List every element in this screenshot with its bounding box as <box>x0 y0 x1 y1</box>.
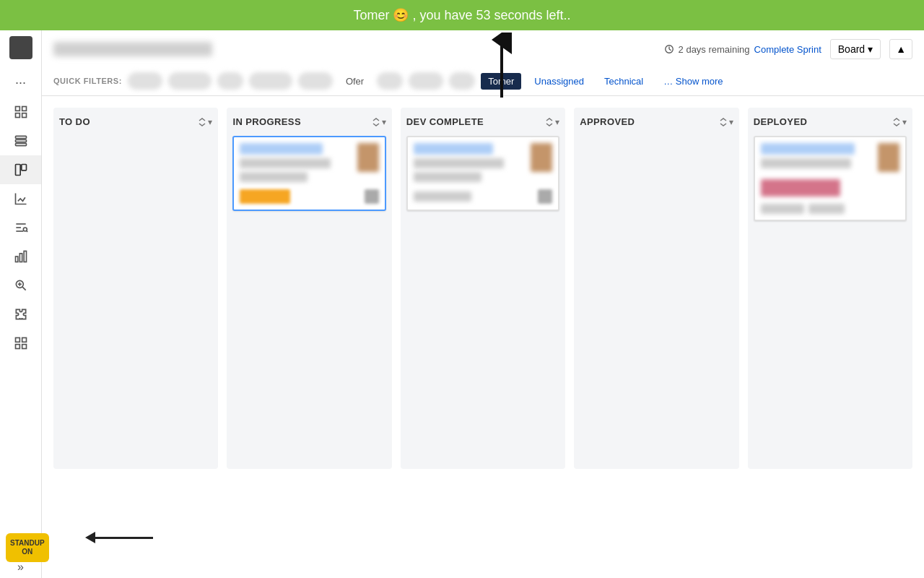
sort-icon-dc <box>545 118 554 126</box>
puzzle-icon <box>14 307 28 322</box>
column-sort-in-progress[interactable]: ▾ <box>372 117 386 127</box>
column-header-todo: To Do ▾ <box>59 113 212 130</box>
sidebar-item-reports[interactable] <box>0 184 41 213</box>
app-layout: ··· <box>0 30 924 578</box>
arrow-left-head <box>85 532 95 543</box>
sidebar-item-chart[interactable] <box>0 242 41 271</box>
collapse-button[interactable]: ▲ <box>889 39 912 59</box>
complete-sprint-link[interactable]: Complete Sprint <box>754 44 821 55</box>
sidebar-item-puzzle[interactable] <box>0 300 41 329</box>
column-todo: To Do ▾ <box>53 108 218 469</box>
sidebar-item-backlog[interactable] <box>0 213 41 242</box>
svg-rect-3 <box>22 107 26 111</box>
filter-pill-5[interactable] <box>298 72 333 90</box>
quick-filters-label: QUICK FILTERS: <box>53 77 122 85</box>
card-detail-dc1 <box>414 158 504 168</box>
column-sort-approved[interactable]: ▾ <box>719 117 733 127</box>
card-title-block <box>240 143 323 155</box>
card-in-progress-1[interactable] <box>232 136 385 211</box>
filter-pill-4[interactable] <box>249 72 292 90</box>
arrow-left-line <box>95 537 153 539</box>
card-detail-dc2 <box>414 172 481 182</box>
column-sort-dev-complete[interactable]: ▾ <box>545 117 559 127</box>
header-top: 2 days remaining Complete Sprint Board ▾… <box>53 39 912 59</box>
layers-icon <box>14 134 28 148</box>
card-detail-dep1 <box>761 158 851 168</box>
svg-rect-4 <box>15 113 19 118</box>
filter-pill-1[interactable] <box>128 72 162 90</box>
svg-rect-18 <box>24 251 26 262</box>
header: 2 days remaining Complete Sprint Board ▾… <box>42 30 924 96</box>
card-deployed-1[interactable] <box>754 136 907 221</box>
card-content-dep <box>761 143 899 214</box>
card-content-dc <box>414 143 552 204</box>
card-sub-dep2 <box>808 204 845 214</box>
column-header-deployed: Deployed ▾ <box>754 113 907 130</box>
filter-pill-2[interactable] <box>168 72 212 90</box>
filter-unassigned[interactable]: Unassigned <box>527 73 591 90</box>
svg-rect-16 <box>15 256 17 262</box>
column-title-todo: To Do <box>59 116 90 127</box>
widgets-icon <box>14 336 28 350</box>
card-tag-dep <box>761 179 840 197</box>
chart-icon <box>14 249 28 264</box>
quick-filters-bar: QUICK FILTERS: Ofer Tomer Unassigned Tec… <box>53 66 912 95</box>
more-options[interactable]: ··· <box>0 68 41 98</box>
main-content: 2 days remaining Complete Sprint Board ▾… <box>42 30 924 578</box>
filter-pill-3[interactable] <box>217 72 243 90</box>
sidebar-item-layers[interactable] <box>0 126 41 155</box>
sort-icon-dep <box>892 118 901 126</box>
column-header-approved: Approved ▾ <box>580 113 733 130</box>
sidebar-item-grid[interactable] <box>0 98 41 126</box>
avatar[interactable] <box>9 36 32 59</box>
card-extra-block <box>365 189 379 204</box>
sidebar: ··· <box>0 30 42 578</box>
column-header-dev-complete: Dev Complete ▾ <box>406 113 559 130</box>
svg-rect-23 <box>15 338 19 342</box>
board-dropdown[interactable]: Board ▾ <box>830 39 881 59</box>
search-icon <box>14 278 28 293</box>
svg-rect-10 <box>21 165 26 171</box>
filter-ofer[interactable]: Ofer <box>339 73 371 90</box>
card-detail-block2 <box>240 172 308 182</box>
column-title-dev-complete: Dev Complete <box>406 116 484 127</box>
svg-rect-26 <box>22 345 26 349</box>
clock-icon <box>664 44 674 54</box>
card-content <box>240 143 378 204</box>
sidebar-item-widgets[interactable] <box>0 329 41 358</box>
standup-button[interactable]: STANDUP ON <box>6 533 49 562</box>
column-sort-todo[interactable]: ▾ <box>198 117 212 127</box>
column-sort-deployed[interactable]: ▾ <box>892 117 907 127</box>
filter-pill-7[interactable] <box>409 72 443 90</box>
column-title-approved: Approved <box>580 116 635 127</box>
svg-rect-24 <box>22 338 26 342</box>
card-dev-complete-1[interactable] <box>406 136 559 211</box>
arrow-left-annotation <box>85 532 153 543</box>
filter-show-more[interactable]: … Show more <box>656 73 730 90</box>
svg-rect-7 <box>15 139 26 142</box>
svg-line-29 <box>669 49 671 51</box>
filter-technical[interactable]: Technical <box>597 73 650 90</box>
sprint-info: 2 days remaining Complete Sprint <box>664 44 821 55</box>
column-header-in-progress: In Progress ▾ <box>232 113 385 130</box>
card-title-block-dc <box>414 143 493 155</box>
filter-pill-8[interactable] <box>449 72 475 90</box>
column-title-in-progress: In Progress <box>232 116 301 127</box>
svg-rect-17 <box>19 254 22 262</box>
column-approved: Approved ▾ <box>574 108 738 469</box>
column-deployed: Deployed ▾ <box>748 108 912 469</box>
card-extra-dc <box>538 189 552 204</box>
backlog-icon <box>14 220 28 235</box>
card-tag-dc <box>414 191 471 202</box>
card-avatar-dep <box>878 143 899 172</box>
column-title-deployed: Deployed <box>754 116 808 127</box>
filter-pill-6[interactable] <box>377 72 403 90</box>
card-avatar-dc <box>531 143 552 172</box>
banner-text: Tomer 😊 , you have 53 seconds left.. <box>353 8 570 22</box>
arrow-up-annotation <box>491 33 513 98</box>
sidebar-item-search[interactable] <box>0 271 41 300</box>
sidebar-item-board[interactable] <box>0 155 41 184</box>
header-actions: 2 days remaining Complete Sprint Board ▾… <box>664 39 912 59</box>
countdown-banner: Tomer 😊 , you have 53 seconds left.. <box>0 0 924 30</box>
svg-rect-6 <box>15 136 26 138</box>
